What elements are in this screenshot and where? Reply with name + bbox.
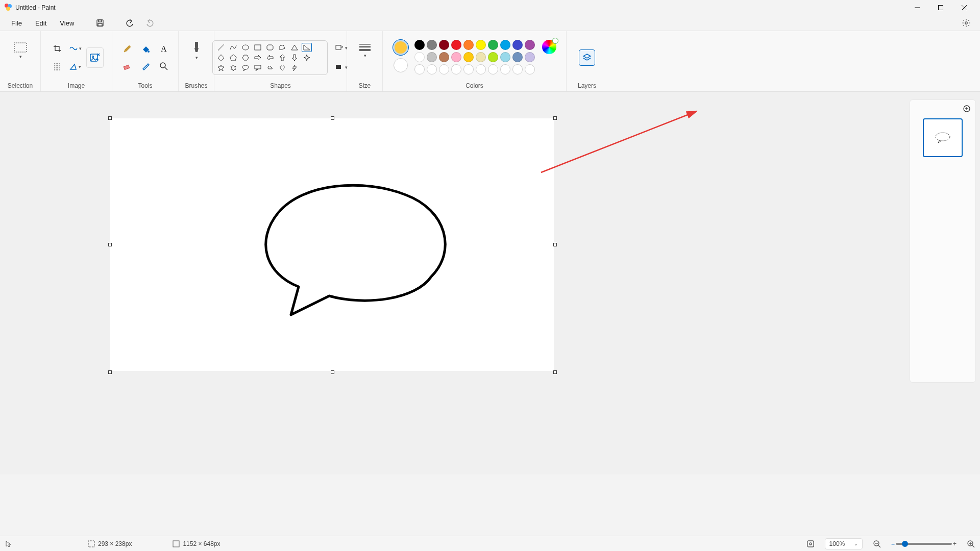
rotate-button[interactable]: ▾ — [68, 59, 83, 74]
zoom-slider[interactable] — [896, 543, 952, 545]
color-swatch-empty[interactable] — [525, 64, 535, 74]
add-layer-button[interactable] — [962, 104, 971, 113]
color-swatch[interactable] — [512, 40, 523, 50]
color-swatch[interactable] — [476, 40, 486, 50]
color-swatch[interactable] — [488, 52, 498, 62]
zoom-out-button[interactable] — [873, 540, 881, 548]
shape-polygon[interactable] — [277, 43, 287, 52]
magnifier-tool[interactable] — [155, 58, 173, 74]
color-swatch-empty[interactable] — [463, 64, 474, 74]
resize-handle[interactable] — [108, 243, 112, 246]
shape-rect[interactable] — [253, 43, 263, 52]
color-swatch[interactable] — [500, 52, 510, 62]
resize-handle[interactable] — [108, 370, 112, 374]
color-swatch[interactable] — [439, 52, 449, 62]
zoom-dropdown[interactable]: 100% ⌄ — [825, 538, 863, 549]
shape-arrow-right[interactable] — [253, 53, 263, 62]
undo-button[interactable] — [121, 16, 138, 30]
color-swatch[interactable] — [512, 52, 523, 62]
color-swatch-empty[interactable] — [451, 64, 461, 74]
layer-thumbnail[interactable] — [923, 118, 963, 157]
close-button[interactable] — [952, 0, 976, 15]
color-swatch[interactable] — [463, 40, 474, 50]
brush-tool[interactable]: ▾ — [185, 35, 208, 66]
settings-button[interactable] — [958, 16, 975, 30]
color-swatch-empty[interactable] — [476, 64, 486, 74]
resize-handle[interactable] — [553, 243, 557, 246]
color-1[interactable] — [393, 40, 408, 55]
shape-arrow-left[interactable] — [265, 53, 275, 62]
size-button[interactable]: ▾ — [354, 35, 376, 66]
color-swatch[interactable] — [476, 52, 486, 62]
color-swatch[interactable] — [439, 40, 449, 50]
image-properties-button[interactable] — [86, 47, 104, 68]
shape-line[interactable] — [216, 43, 226, 52]
menu-file[interactable]: File — [5, 16, 28, 30]
text-tool[interactable]: A — [155, 41, 173, 57]
shape-pentagon[interactable] — [228, 53, 238, 62]
zoom-plus[interactable]: + — [953, 540, 957, 547]
color-swatch[interactable] — [525, 40, 535, 50]
resize-handle[interactable] — [331, 370, 334, 374]
shape-6star[interactable] — [228, 63, 238, 72]
shape-hexagon[interactable] — [240, 53, 251, 62]
resize-button[interactable]: ▾ — [68, 41, 83, 56]
redo-button[interactable] — [141, 16, 159, 30]
shape-callout-cloud[interactable] — [265, 63, 275, 72]
color-2[interactable] — [394, 58, 408, 72]
shape-heart[interactable] — [277, 63, 287, 72]
skew-button[interactable] — [50, 59, 65, 74]
menu-edit[interactable]: Edit — [29, 16, 53, 30]
fit-screen-button[interactable] — [806, 540, 815, 548]
shape-curve[interactable] — [228, 43, 238, 52]
menu-view[interactable]: View — [54, 16, 80, 30]
color-swatch[interactable] — [451, 52, 461, 62]
resize-handle[interactable] — [553, 370, 557, 374]
color-swatch[interactable] — [488, 40, 498, 50]
color-swatch-empty[interactable] — [427, 64, 437, 74]
shapes-gallery[interactable] — [212, 40, 328, 75]
minimize-button[interactable] — [905, 0, 929, 15]
color-swatch-empty[interactable] — [512, 64, 523, 74]
shape-callout-round[interactable] — [240, 63, 251, 72]
resize-handle[interactable] — [331, 116, 334, 120]
zoom-in-button[interactable] — [967, 540, 975, 548]
select-tool[interactable]: ▾ — [9, 35, 32, 66]
shape-diamond[interactable] — [216, 53, 226, 62]
layers-button[interactable] — [579, 49, 595, 66]
eraser-tool[interactable] — [118, 58, 136, 74]
color-swatch[interactable] — [427, 52, 437, 62]
color-swatch[interactable] — [414, 40, 425, 50]
shape-arrow-down[interactable] — [289, 53, 300, 62]
color-swatch-empty[interactable] — [488, 64, 498, 74]
fill-tool[interactable] — [137, 41, 154, 57]
color-swatch-empty[interactable] — [439, 64, 449, 74]
color-swatch[interactable] — [525, 52, 535, 62]
color-swatch[interactable] — [500, 40, 510, 50]
color-swatch[interactable] — [451, 40, 461, 50]
shape-4star[interactable] — [302, 53, 312, 62]
shape-lightning[interactable] — [289, 63, 300, 72]
resize-handle[interactable] — [553, 116, 557, 120]
shape-arrow-up[interactable] — [277, 53, 287, 62]
color-swatch[interactable] — [427, 40, 437, 50]
shape-outline-button[interactable]: ▾ — [334, 40, 349, 56]
color-swatch[interactable] — [463, 52, 474, 62]
shape-callout-rect[interactable] — [253, 63, 263, 72]
canvas[interactable] — [110, 118, 554, 371]
color-swatch-empty[interactable] — [500, 64, 510, 74]
edit-colors-button[interactable] — [542, 40, 556, 54]
pencil-tool[interactable] — [118, 41, 136, 57]
color-swatch-empty[interactable] — [414, 64, 425, 74]
crop-button[interactable] — [50, 41, 65, 56]
save-button[interactable] — [91, 16, 109, 30]
maximize-button[interactable] — [929, 0, 952, 15]
resize-handle[interactable] — [108, 116, 112, 120]
shape-roundrect[interactable] — [265, 43, 275, 52]
shape-5star[interactable] — [216, 63, 226, 72]
shape-triangle[interactable] — [289, 43, 300, 52]
shape-right-triangle[interactable] — [302, 43, 312, 52]
zoom-minus[interactable]: – — [891, 540, 895, 547]
shape-fill-button[interactable]: ▾ — [334, 60, 349, 75]
color-swatch[interactable] — [414, 52, 425, 62]
